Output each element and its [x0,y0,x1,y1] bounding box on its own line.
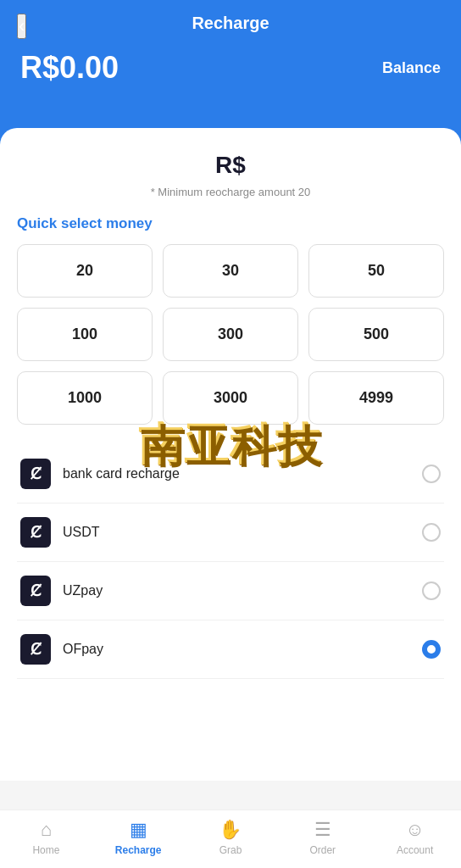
balance-row: R$0.00 Balance [17,50,444,86]
nav-icon-order: ☰ [314,819,331,841]
payment-icon-bank: Ȼ [20,459,51,489]
bottom-nav: ⌂Home▦Recharge✋Grab☰Order☺Account [0,810,461,868]
radio-bank[interactable] [422,465,441,483]
amount-button[interactable]: 100 [17,308,153,361]
nav-label-account: Account [397,844,433,856]
min-note: * Minimum reocharge amount 20 [17,186,444,198]
currency-label: R$ [17,152,444,179]
nav-icon-recharge: ▦ [130,819,147,841]
radio-usdt[interactable] [422,523,441,542]
balance-amount: R$0.00 [20,50,119,86]
nav-label-order: Order [309,844,336,856]
payment-option-usdt[interactable]: ȻUSDT [17,504,444,562]
payment-name-bank: bank card recharge [63,466,422,481]
amount-grid: 203050100300500100030004999 [17,244,444,425]
nav-item-home[interactable]: ⌂Home [0,819,92,856]
amount-button[interactable]: 300 [163,308,298,361]
payment-name-ofpay: OFpay [63,642,422,657]
quick-select-title: Quick select money [17,215,444,232]
radio-uzpay[interactable] [422,581,441,600]
payment-logo-icon: Ȼ [31,465,42,483]
amount-button[interactable]: 4999 [308,371,444,425]
nav-icon-grab: ✋ [219,819,242,841]
rs-section: R$ * Minimum reocharge amount 20 [17,152,444,198]
amount-button[interactable]: 50 [308,244,444,298]
main-card: R$ * Minimum reocharge amount 20 Quick s… [0,128,461,781]
payment-options: Ȼbank card rechargeȻUSDTȻUZpayȻOFpay [17,445,444,679]
nav-label-recharge: Recharge [115,844,162,856]
back-button[interactable]: ‹ [17,14,26,39]
balance-label: Balance [382,59,441,77]
nav-icon-home: ⌂ [41,819,52,841]
header-top: ‹ Recharge [17,14,444,33]
payment-logo-icon: Ȼ [31,523,42,542]
nav-item-account[interactable]: ☺Account [369,819,461,856]
payment-option-ofpay[interactable]: ȻOFpay [17,620,444,679]
amount-button[interactable]: 3000 [163,371,298,425]
payment-option-uzpay[interactable]: ȻUZpay [17,562,444,620]
nav-label-grab: Grab [219,844,242,856]
page-title: Recharge [192,14,269,33]
payment-logo-icon: Ȼ [31,640,42,659]
amount-button[interactable]: 1000 [17,371,153,425]
payment-option-bank[interactable]: Ȼbank card recharge [17,445,444,504]
payment-logo-icon: Ȼ [31,581,42,600]
nav-label-home: Home [32,844,59,856]
nav-item-grab[interactable]: ✋Grab [185,819,277,856]
payment-icon-ofpay: Ȼ [20,634,51,665]
amount-button[interactable]: 30 [163,244,298,298]
nav-item-order[interactable]: ☰Order [276,819,369,856]
payment-icon-usdt: Ȼ [20,517,51,548]
amount-button[interactable]: 500 [308,308,444,361]
amount-button[interactable]: 20 [17,244,153,298]
payment-name-usdt: USDT [63,525,422,540]
payment-icon-uzpay: Ȼ [20,576,51,606]
nav-icon-account: ☺ [405,819,424,841]
nav-item-recharge[interactable]: ▦Recharge [92,819,185,856]
payment-name-uzpay: UZpay [63,583,422,598]
radio-ofpay[interactable] [422,640,441,659]
